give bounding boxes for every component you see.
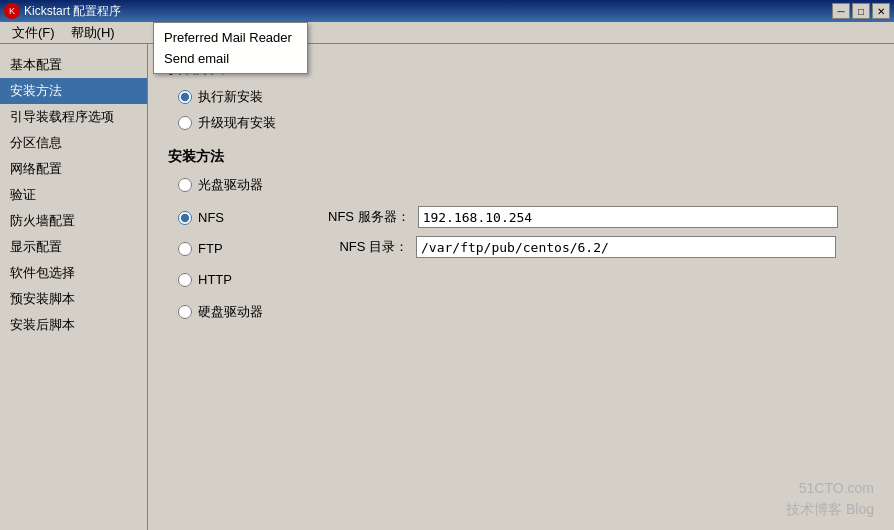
titlebar-title: Kickstart 配置程序 <box>24 3 121 20</box>
menu-file[interactable]: 文件(F) <box>4 22 63 44</box>
label-new-install: 执行新安装 <box>198 88 263 106</box>
watermark-line2: 技术博客 Blog <box>786 499 874 520</box>
install-method-layout: 光盘驱动器 NFS FTP HTTP <box>168 176 874 329</box>
radio-cdrom[interactable] <box>178 178 192 192</box>
sidebar-item-firewall[interactable]: 防火墙配置 <box>0 208 147 234</box>
section2-title: 安装方法 <box>168 148 874 166</box>
field-row-nfs-server: NFS 服务器： <box>328 206 838 228</box>
sidebar: 基本配置 安装方法 引导装载程序选项 分区信息 网络配置 验证 防火墙配置 显示… <box>0 44 148 530</box>
titlebar: K Kickstart 配置程序 ─ □ ✕ <box>0 0 894 22</box>
radio-http[interactable] <box>178 273 192 287</box>
install-options-group: 执行新安装 升级现有安装 <box>178 88 874 132</box>
label-cdrom: 光盘驱动器 <box>198 176 263 194</box>
menubar: 文件(F) 帮助(H) <box>0 22 894 44</box>
label-upgrade: 升级现有安装 <box>198 114 276 132</box>
dropdown-item-1[interactable]: Send email <box>154 48 307 69</box>
main-content: 安装方法 执行新安装 升级现有安装 安装方法 光盘驱动器 <box>148 44 894 530</box>
sidebar-item-display[interactable]: 显示配置 <box>0 234 147 260</box>
minimize-button[interactable]: ─ <box>832 3 850 19</box>
radio-row-cdrom: 光盘驱动器 <box>178 176 298 194</box>
fields-area: NFS 服务器： NFS 目录： <box>328 176 838 329</box>
radio-nfs[interactable] <box>178 211 192 225</box>
watermark-line1: 51CTO.com <box>786 478 874 499</box>
radio-row-nfs: NFS <box>178 210 298 225</box>
method-options: 光盘驱动器 NFS FTP HTTP <box>178 176 298 329</box>
section2: 安装方法 光盘驱动器 NFS FTP <box>168 148 874 329</box>
label-http: HTTP <box>198 272 232 287</box>
sidebar-item-bootloader[interactable]: 引导装载程序选项 <box>0 104 147 130</box>
sidebar-item-packages[interactable]: 软件包选择 <box>0 260 147 286</box>
radio-row-http: HTTP <box>178 272 298 287</box>
nfs-server-input[interactable] <box>418 206 838 228</box>
sidebar-item-network[interactable]: 网络配置 <box>0 156 147 182</box>
sidebar-item-pre-script[interactable]: 预安装脚本 <box>0 286 147 312</box>
app-icon-letter: K <box>9 6 15 16</box>
label-harddisk: 硬盘驱动器 <box>198 303 263 321</box>
window-content: 基本配置 安装方法 引导装载程序选项 分区信息 网络配置 验证 防火墙配置 显示… <box>0 44 894 530</box>
nfs-dir-label: NFS 目录： <box>328 238 408 256</box>
nfs-dir-input[interactable] <box>416 236 836 258</box>
nfs-server-label: NFS 服务器： <box>328 208 410 226</box>
maximize-button[interactable]: □ <box>852 3 870 19</box>
label-ftp: FTP <box>198 241 223 256</box>
radio-upgrade[interactable] <box>178 116 192 130</box>
radio-row-new-install: 执行新安装 <box>178 88 874 106</box>
radio-row-upgrade: 升级现有安装 <box>178 114 874 132</box>
sidebar-item-post-script[interactable]: 安装后脚本 <box>0 312 147 338</box>
radio-harddisk[interactable] <box>178 305 192 319</box>
watermark: 51CTO.com 技术博客 Blog <box>786 478 874 520</box>
sidebar-item-partition[interactable]: 分区信息 <box>0 130 147 156</box>
dropdown-item-0[interactable]: Preferred Mail Reader <box>154 27 307 48</box>
titlebar-buttons: ─ □ ✕ <box>832 3 890 19</box>
field-row-nfs-dir: NFS 目录： <box>328 236 838 258</box>
radio-row-harddisk: 硬盘驱动器 <box>178 303 298 321</box>
label-nfs: NFS <box>198 210 224 225</box>
sidebar-item-basic[interactable]: 基本配置 <box>0 52 147 78</box>
sidebar-item-install-method[interactable]: 安装方法 <box>0 78 147 104</box>
dropdown-menu: Preferred Mail Reader Send email <box>153 22 308 74</box>
radio-row-ftp: FTP <box>178 241 298 256</box>
close-button[interactable]: ✕ <box>872 3 890 19</box>
titlebar-left: K Kickstart 配置程序 <box>4 3 121 20</box>
radio-new-install[interactable] <box>178 90 192 104</box>
menu-help[interactable]: 帮助(H) <box>63 22 123 44</box>
sidebar-item-auth[interactable]: 验证 <box>0 182 147 208</box>
radio-ftp[interactable] <box>178 242 192 256</box>
app-icon: K <box>4 3 20 19</box>
